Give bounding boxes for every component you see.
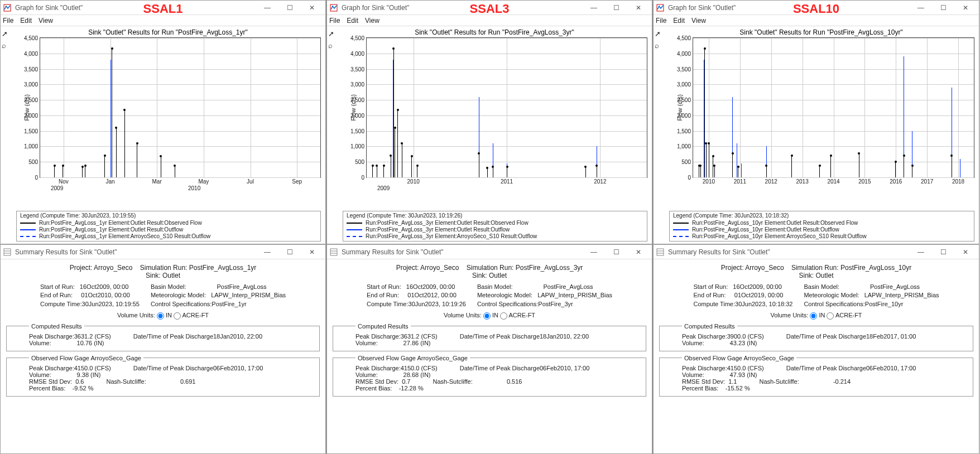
minimize-button[interactable]: —: [910, 1, 932, 15]
volume-units-row: Volume Units: IN ACRE-FT: [6, 312, 320, 320]
titlebar[interactable]: Graph for Sink "Outlet" — ☐ ✕: [327, 1, 652, 15]
menu-view[interactable]: View: [365, 17, 379, 25]
observed-spike: [112, 49, 112, 177]
titlebar[interactable]: Summary Results for Sink "Outlet" — ☐ ✕: [327, 245, 652, 259]
panel-ssal10: SSAL10 Graph for Sink "Outlet" — ☐ ✕ Fil…: [653, 0, 979, 454]
maximize-button[interactable]: ☐: [605, 1, 627, 15]
zoom-tool-icon[interactable]: ⌕: [328, 41, 337, 50]
maximize-button[interactable]: ☐: [932, 1, 954, 15]
zoom-tool-icon[interactable]: ⌕: [655, 41, 664, 50]
close-button[interactable]: ✕: [627, 245, 650, 259]
legend-swatch-icon: [673, 236, 689, 237]
observed-spike: [411, 156, 412, 177]
minimize-button[interactable]: —: [256, 245, 278, 259]
observed-spike: [895, 162, 896, 177]
summary-header: Project: Arroyo_Seco Simulation Run: Pos…: [333, 264, 646, 279]
observed-spike: [417, 166, 417, 177]
plot[interactable]: 05001,0001,5002,0002,5003,0003,5004,0004…: [40, 37, 321, 178]
run-value: PostFire_AvgLoss_3yr: [516, 264, 583, 272]
observed-spike: [372, 166, 373, 177]
chart-title: Sink "Outlet" Results for Run "PostFire_…: [342, 28, 647, 36]
titlebar[interactable]: Graph for Sink "Outlet" — ☐ ✕: [1, 1, 325, 15]
close-button[interactable]: ✕: [627, 1, 650, 15]
x-tick: 2016: [890, 177, 902, 185]
minimize-button[interactable]: —: [583, 245, 605, 259]
observed-spike: [175, 166, 175, 177]
plot[interactable]: 05001,0001,5002,0002,5003,0003,5004,0004…: [366, 37, 647, 178]
y-tick: 1,000: [677, 143, 693, 149]
time-info: Start of Run: 16Oct2009, 00:00 End of Ru…: [40, 283, 140, 308]
pointer-tool-icon[interactable]: ➚: [328, 30, 337, 38]
maximize-button[interactable]: ☐: [605, 245, 627, 259]
y-axis-label: Flow (cfs): [676, 94, 683, 121]
close-button[interactable]: ✕: [301, 1, 323, 15]
legend-swatch-icon: [20, 236, 36, 237]
legend-item: Run:PostFire_AvgLoss_10yr Element:Outlet…: [673, 220, 971, 226]
close-button[interactable]: ✕: [954, 1, 977, 15]
y-axis-label: Flow (cfs): [23, 94, 30, 121]
units-in-radio[interactable]: IN: [483, 312, 498, 318]
observed-spike: [704, 49, 705, 177]
menu-file[interactable]: File: [329, 17, 340, 25]
observed-legend: Observed Flow Gage ArroyoSeco_Gage: [682, 355, 796, 361]
menu-file[interactable]: File: [656, 17, 666, 25]
simulated-spike: [741, 163, 742, 177]
observed-spike: [395, 128, 395, 177]
window-title: Summary Results for Sink "Outlet": [342, 248, 583, 256]
observed-spike: [952, 156, 952, 177]
project-value: Arroyo_Seco: [420, 264, 459, 272]
titlebar[interactable]: Summary Results for Sink "Outlet" — ☐ ✕: [654, 245, 979, 259]
minimize-button[interactable]: —: [256, 1, 278, 15]
y-tick: 3,000: [24, 81, 40, 88]
observed-spike: [161, 156, 161, 177]
titlebar[interactable]: Summary Results for Sink "Outlet" — ☐ ✕: [1, 245, 325, 259]
volume-units-row: Volume Units: IN ACRE-FT: [659, 312, 973, 320]
observed-spike: [732, 153, 733, 177]
menu-edit[interactable]: Edit: [673, 17, 685, 25]
observed-spike: [597, 166, 597, 177]
observed-spike: [137, 143, 137, 177]
y-tick: 4,000: [24, 50, 40, 56]
observed-spike: [585, 167, 586, 177]
minimize-button[interactable]: —: [910, 245, 932, 259]
observed-spike: [699, 166, 699, 177]
plot[interactable]: 05001,0001,5002,0002,5003,0003,5004,0004…: [693, 37, 974, 178]
y-tick: 4,000: [677, 50, 693, 56]
observed-spike: [402, 143, 402, 177]
legend-swatch-icon: [347, 223, 362, 224]
chart-area: ➚⌕Sink "Outlet" Results for Run "PostFir…: [654, 26, 979, 209]
computed-legend: Computed Results: [682, 323, 737, 330]
simulated-spike: [111, 60, 111, 177]
maximize-button[interactable]: ☐: [278, 1, 301, 15]
observed-spike: [709, 143, 709, 177]
computed-legend: Computed Results: [29, 323, 84, 330]
units-acreft-radio[interactable]: ACRE-FT: [827, 312, 862, 318]
graph-window: SSAL10 Graph for Sink "Outlet" — ☐ ✕ Fil…: [653, 0, 979, 244]
units-acreft-radio[interactable]: ACRE-FT: [174, 312, 209, 318]
pointer-tool-icon[interactable]: ➚: [2, 30, 11, 38]
units-in-radio[interactable]: IN: [810, 312, 825, 318]
menu-edit[interactable]: Edit: [20, 17, 32, 25]
menu-edit[interactable]: Edit: [347, 17, 358, 25]
legend-item: Run:PostFire_AvgLoss_1yr Element:Outlet …: [20, 226, 317, 233]
maximize-button[interactable]: ☐: [278, 245, 301, 259]
app-icon: [656, 3, 665, 12]
menu-file[interactable]: File: [3, 17, 13, 25]
units-acreft-radio[interactable]: ACRE-FT: [500, 312, 535, 318]
pointer-tool-icon[interactable]: ➚: [655, 30, 664, 38]
minimize-button[interactable]: —: [583, 1, 605, 15]
titlebar[interactable]: Graph for Sink "Outlet" — ☐ ✕: [654, 1, 979, 15]
computed-results-box: Computed Results Peak Discharge:3631.2 (…: [333, 323, 646, 351]
summary-header: Project: Arroyo_Seco Simulation Run: Pos…: [6, 264, 320, 279]
observed-spike: [391, 156, 391, 177]
legend-item: Run:PostFire_AvgLoss_3yr Element:Outlet …: [347, 220, 643, 226]
zoom-tool-icon[interactable]: ⌕: [2, 41, 11, 50]
units-in-radio[interactable]: IN: [157, 312, 172, 318]
maximize-button[interactable]: ☐: [932, 245, 954, 259]
legend-label: Run:PostFire_AvgLoss_1yr Element:Outlet …: [39, 226, 183, 233]
menu-view[interactable]: View: [691, 17, 706, 25]
close-button[interactable]: ✕: [954, 245, 977, 259]
panel-ssal3: SSAL3 Graph for Sink "Outlet" — ☐ ✕ File…: [326, 0, 653, 454]
menu-view[interactable]: View: [39, 17, 53, 25]
close-button[interactable]: ✕: [301, 245, 323, 259]
